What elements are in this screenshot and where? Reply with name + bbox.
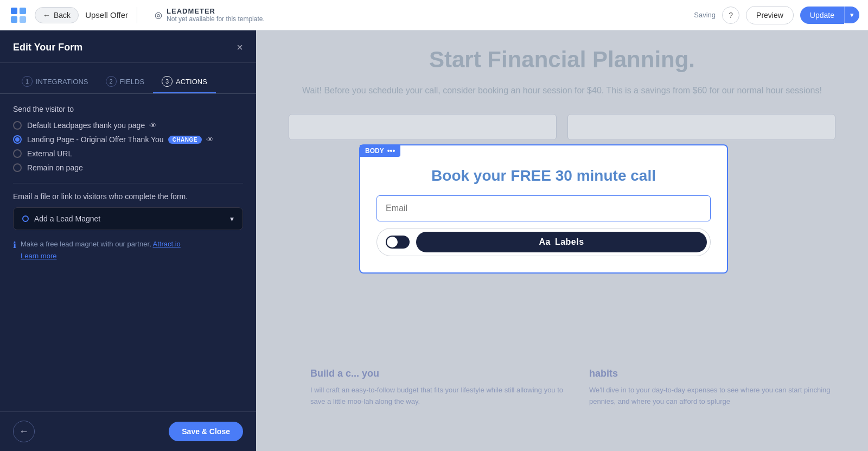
svg-rect-3 xyxy=(20,16,26,23)
option1-label: Default Leadpages thank you page xyxy=(27,121,145,130)
back-button-label: Back xyxy=(54,11,71,20)
body-tag-label: BODY xyxy=(365,147,384,155)
preview-input-2 xyxy=(567,114,835,140)
page-name: Upsell Offer xyxy=(85,10,128,20)
option1-content: Default Leadpages thank you page 👁 xyxy=(27,121,157,130)
form-tabs: 1 INTEGRATIONS 2 FIELDS 3 ACTIONS xyxy=(0,63,256,94)
panel-header: Edit Your Form × xyxy=(0,30,256,63)
lead-magnet-dropdown[interactable]: Add a Lead Magnet ▾ xyxy=(13,207,243,230)
tab-fields[interactable]: 2 FIELDS xyxy=(97,72,154,93)
body-options-icon[interactable]: ••• xyxy=(387,147,395,155)
preview-input-row xyxy=(289,114,835,140)
panel-footer: ← Save & Close xyxy=(0,411,256,451)
toggle-switch[interactable] xyxy=(386,236,410,249)
card2-title: habits xyxy=(589,368,846,379)
edit-form-panel: Edit Your Form × 1 INTEGRATIONS 2 FIELDS… xyxy=(0,30,256,451)
leadmeter-name: LEADMETER xyxy=(167,7,265,15)
send-visitor-label: Send the visitor to xyxy=(13,105,243,113)
tab-integrations[interactable]: 1 INTEGRATIONS xyxy=(13,72,97,93)
app-logo xyxy=(9,5,28,25)
preview-button[interactable]: Preview xyxy=(746,6,794,24)
radio-circle-4 xyxy=(13,163,22,172)
leadmeter-icon: ◎ xyxy=(155,10,162,20)
help-button[interactable]: ? xyxy=(722,7,739,24)
option-landing-page[interactable]: Landing Page - Original Offer Thank You … xyxy=(13,135,243,144)
preview-input-1 xyxy=(289,114,557,140)
panel-title: Edit Your Form xyxy=(13,42,82,53)
option-remain-on-page[interactable]: Remain on page xyxy=(13,163,243,172)
card2-text: We'll dive in to your day-to-day expense… xyxy=(589,385,846,408)
tab-num-3: 3 xyxy=(162,76,173,87)
eye-icon-1[interactable]: 👁 xyxy=(149,121,157,130)
update-button-group: Update ▾ xyxy=(800,7,859,24)
destination-radio-group: Default Leadpages thank you page 👁 Landi… xyxy=(13,121,243,172)
submit-labels-text: Labels xyxy=(555,237,584,247)
nav-right: Saving ? Preview Update ▾ xyxy=(694,6,859,24)
leadmeter-section: ◎ LEADMETER Not yet available for this t… xyxy=(155,7,265,23)
option-external-url[interactable]: External URL xyxy=(13,149,243,158)
tab-actions[interactable]: 3 ACTIONS xyxy=(153,72,216,93)
modal-email-input[interactable] xyxy=(376,195,711,221)
tab-num-2: 2 xyxy=(106,76,117,87)
partner-note: ℹ Make a free lead magnet with our partn… xyxy=(13,239,243,261)
svg-rect-2 xyxy=(11,16,17,23)
nav-divider xyxy=(137,7,137,23)
change-badge[interactable]: CHANGE xyxy=(168,136,202,144)
radio-circle-3 xyxy=(13,149,22,158)
saving-status: Saving xyxy=(694,11,716,19)
radio-circle-2 xyxy=(13,135,22,144)
top-nav: ← Back Upsell Offer ◎ LEADMETER Not yet … xyxy=(0,0,868,30)
preview-headline: Start Financial Planning. xyxy=(289,47,835,73)
save-close-button[interactable]: Save & Close xyxy=(169,422,243,441)
close-button[interactable]: × xyxy=(237,41,243,54)
lead-magnet-left: Add a Lead Magnet xyxy=(22,214,100,223)
info-icon: ℹ xyxy=(13,239,16,252)
divider-1 xyxy=(13,183,243,183)
tab-num-1: 1 xyxy=(22,76,33,87)
tab-integrations-label: INTEGRATIONS xyxy=(36,78,88,86)
partner-text: Make a free lead magnet with our partner… xyxy=(21,240,151,248)
card1-text: I will craft an easy-to-follow budget th… xyxy=(310,385,567,408)
tab-fields-label: FIELDS xyxy=(120,78,145,86)
back-button[interactable]: ← Back xyxy=(35,7,79,23)
option2-label: Landing Page - Original Offer Thank You xyxy=(27,135,164,144)
preview-card-2: habits We'll dive in to your day-to-day … xyxy=(589,368,846,408)
option3-label: External URL xyxy=(27,149,72,158)
card1-title: Build a c... you xyxy=(310,368,567,379)
radio-circle-1 xyxy=(13,121,22,130)
modal-submit-button[interactable]: Aa Labels xyxy=(416,232,707,252)
back-arrow-icon: ← xyxy=(43,11,50,20)
eye-icon-2[interactable]: 👁 xyxy=(206,135,214,144)
panel-content: Send the visitor to Default Leadpages th… xyxy=(0,94,256,411)
leadmeter-subtitle: Not yet available for this template. xyxy=(167,15,265,23)
update-dropdown-button[interactable]: ▾ xyxy=(844,7,859,23)
attract-link[interactable]: Attract.io xyxy=(153,240,181,248)
body-modal: BODY ••• Book your FREE 30 minute call A… xyxy=(359,144,728,274)
modal-submit-row: Aa Labels xyxy=(376,228,711,256)
update-button[interactable]: Update xyxy=(800,7,844,24)
preview-subtext: Wait! Before you schedule your call, con… xyxy=(289,84,835,98)
learn-more-link[interactable]: Learn more xyxy=(21,251,181,262)
toggle-knob xyxy=(387,237,398,247)
submit-label: Aa xyxy=(539,237,550,247)
lead-magnet-placeholder: Add a Lead Magnet xyxy=(34,214,100,223)
svg-rect-0 xyxy=(11,8,17,14)
option4-label: Remain on page xyxy=(27,163,83,172)
preview-cards: Build a c... you I will craft an easy-to… xyxy=(310,368,846,408)
main-content: Start Financial Planning. Wait! Before y… xyxy=(256,30,868,451)
modal-title: Book your FREE 30 minute call xyxy=(376,167,711,185)
lead-dot xyxy=(22,215,29,222)
option2-content: Landing Page - Original Offer Thank You … xyxy=(27,135,214,144)
option-default-thankyou[interactable]: Default Leadpages thank you page 👁 xyxy=(13,121,243,130)
preview-card-1: Build a c... you I will craft an easy-to… xyxy=(310,368,567,408)
radio-dot-2 xyxy=(15,137,20,142)
body-tag: BODY ••• xyxy=(360,145,400,157)
tab-actions-label: ACTIONS xyxy=(176,78,207,86)
svg-rect-1 xyxy=(20,8,26,14)
email-section-label: Email a file or link to visitors who com… xyxy=(13,192,243,201)
back-circle-button[interactable]: ← xyxy=(13,421,35,442)
dropdown-chevron-icon: ▾ xyxy=(230,214,234,223)
